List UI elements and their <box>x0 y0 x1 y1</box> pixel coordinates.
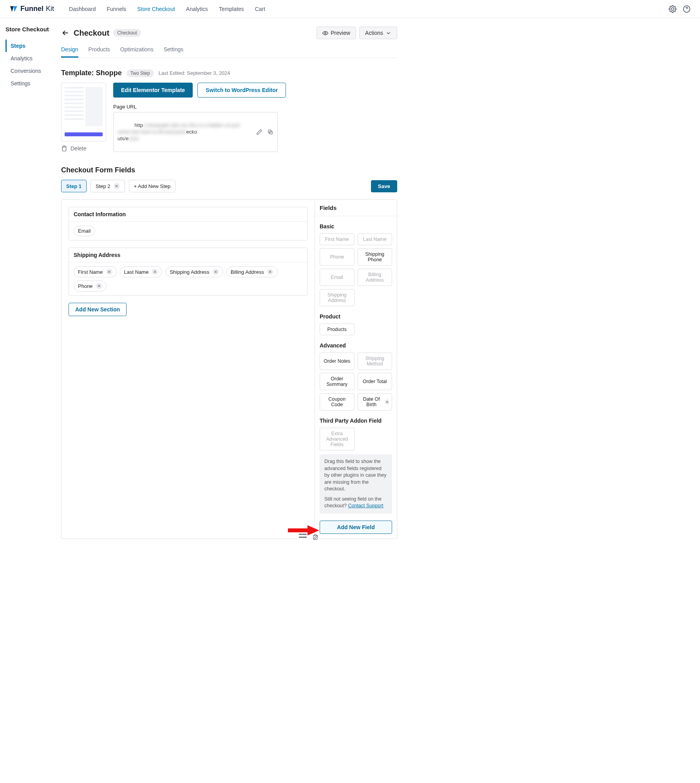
back-arrow-icon[interactable] <box>61 29 70 37</box>
page-title: Checkout <box>74 29 109 38</box>
add-new-field-button[interactable]: Add New Field <box>320 521 392 534</box>
page-url-text: https://example-site-xxx this is a hidde… <box>118 116 253 148</box>
gear-icon[interactable] <box>669 5 676 13</box>
template-thumbnail[interactable] <box>61 83 106 141</box>
field-pill[interactable]: Shipping Address✕ <box>165 266 223 277</box>
contact-support-link[interactable]: Contact Support <box>348 503 383 508</box>
section-title-label: Shipping Address <box>74 252 120 258</box>
edit-icon[interactable] <box>256 129 262 135</box>
nav-store-checkout[interactable]: Store Checkout <box>137 6 175 12</box>
avail-coupon-code[interactable]: Coupon Code <box>320 393 355 410</box>
nav-templates[interactable]: Templates <box>219 6 244 12</box>
fields-panel: Fields Basic First Name Last Name Phone … <box>315 200 397 539</box>
panel-title: Fields <box>315 200 397 216</box>
section-contact-information: Contact Information Email <box>69 207 307 241</box>
panel-product-heading: Product <box>320 313 392 320</box>
sidebar-item-steps[interactable]: Steps <box>5 40 59 52</box>
copy-icon[interactable] <box>267 129 273 135</box>
avail-products[interactable]: Products <box>320 324 355 335</box>
nav-funnels[interactable]: Funnels <box>107 6 127 12</box>
last-edited: Last Edited: September 3, 2024 <box>159 70 230 76</box>
remove-step-2-icon[interactable]: ✕ <box>114 183 120 189</box>
delete-template-button[interactable]: Delete <box>61 145 106 152</box>
chevron-down-icon <box>385 30 391 36</box>
avail-shipping-phone[interactable]: Shipping Phone <box>358 248 393 266</box>
save-button[interactable]: Save <box>371 180 397 192</box>
template-title: Template: Shoppe <box>61 69 122 77</box>
panel-advanced-heading: Advanced <box>320 342 392 349</box>
remove-field-icon[interactable]: ✕ <box>106 269 112 275</box>
avail-email[interactable]: Email <box>320 269 355 286</box>
panel-basic-heading: Basic <box>320 223 392 230</box>
template-badge: Two Step <box>127 69 154 77</box>
tab-settings[interactable]: Settings <box>164 42 184 58</box>
nav-analytics[interactable]: Analytics <box>186 6 208 12</box>
add-new-section-button[interactable]: Add New Section <box>69 303 127 316</box>
sidebar: Store Checkout Steps Analytics Conversio… <box>0 18 59 562</box>
panel-hint: Drag this field to show the advanced fie… <box>320 454 392 514</box>
avail-phone[interactable]: Phone <box>320 248 355 266</box>
field-pill[interactable]: Last Name✕ <box>120 266 163 277</box>
section-shipping-address: Shipping Address First Name✕ Last Name✕ … <box>69 248 307 296</box>
field-pill[interactable]: Phone✕ <box>74 280 107 291</box>
avail-first-name[interactable]: First Name <box>320 233 355 245</box>
top-nav: Dashboard Funnels Store Checkout Analyti… <box>69 6 265 12</box>
tab-design[interactable]: Design <box>61 42 78 58</box>
page-url-label: Page URL <box>113 104 397 110</box>
section-title-label: Contact Information <box>74 211 126 217</box>
annotation-arrow-icon <box>288 524 319 536</box>
logo[interactable]: FunnelKit <box>9 5 54 13</box>
remove-field-icon[interactable]: ✕ <box>213 269 219 275</box>
trash-icon <box>61 145 67 152</box>
svg-marker-4 <box>288 525 319 535</box>
page-url-box: https://example-site-xxx this is a hidde… <box>113 112 278 152</box>
logo-text-1: Funnel <box>20 5 43 13</box>
avail-shipping-address[interactable]: Shipping Address <box>320 289 355 306</box>
switch-editor-button[interactable]: Switch to WordPress Editor <box>197 83 286 98</box>
remove-field-icon[interactable]: ✕ <box>152 269 158 275</box>
avail-billing-address[interactable]: Billing Address <box>358 269 393 286</box>
svg-point-1 <box>325 32 326 34</box>
remove-field-icon[interactable]: ✕ <box>96 283 102 289</box>
sidebar-item-analytics[interactable]: Analytics <box>5 52 59 65</box>
avail-extra-advanced[interactable]: Extra Advanced Fields <box>320 428 355 450</box>
avail-order-summary[interactable]: Order Summary <box>320 373 355 390</box>
logo-text-2: Kit <box>46 5 54 13</box>
help-icon[interactable] <box>683 5 691 13</box>
avail-order-total[interactable]: Order Total <box>358 373 393 390</box>
remove-field-icon[interactable]: ✕ <box>267 269 273 275</box>
tab-products[interactable]: Products <box>89 42 110 58</box>
form-canvas: Contact Information Email Shipping Addre… <box>61 200 315 539</box>
logo-icon <box>9 5 18 13</box>
step-1-pill[interactable]: Step 1 <box>61 180 87 192</box>
field-pill-email[interactable]: Email <box>74 226 95 236</box>
tab-optimizations[interactable]: Optimizations <box>120 42 154 58</box>
sidebar-item-settings[interactable]: Settings <box>5 77 59 90</box>
avail-last-name[interactable]: Last Name <box>358 233 393 245</box>
nav-dashboard[interactable]: Dashboard <box>69 6 96 12</box>
sidebar-title: Store Checkout <box>5 26 59 33</box>
avail-shipping-method[interactable]: Shipping Method <box>358 353 393 370</box>
form-fields-title: Checkout Form Fields <box>61 166 397 174</box>
sidebar-item-conversions[interactable]: Conversions <box>5 65 59 77</box>
avail-date-of-birth[interactable]: Date Of Birth✕ <box>358 393 393 410</box>
avail-order-notes[interactable]: Order Notes <box>320 353 355 370</box>
remove-field-icon[interactable]: ✕ <box>385 399 389 405</box>
panel-third-heading: Third Party Addon Field <box>320 418 392 424</box>
tabs: Design Products Optimizations Settings <box>61 42 397 58</box>
preview-button[interactable]: Preview <box>317 27 356 39</box>
field-pill[interactable]: First Name✕ <box>74 266 117 277</box>
page-type-chip: Checkout <box>113 29 141 37</box>
edit-template-button[interactable]: Edit Elementor Template <box>113 83 193 98</box>
step-2-pill[interactable]: Step 2 ✕ <box>90 180 125 192</box>
eye-icon <box>322 30 328 36</box>
add-new-step-button[interactable]: + Add New Step <box>129 180 176 192</box>
actions-button[interactable]: Actions <box>359 27 397 39</box>
nav-cart[interactable]: Cart <box>255 6 265 12</box>
field-pill[interactable]: Billing Address✕ <box>226 266 278 277</box>
